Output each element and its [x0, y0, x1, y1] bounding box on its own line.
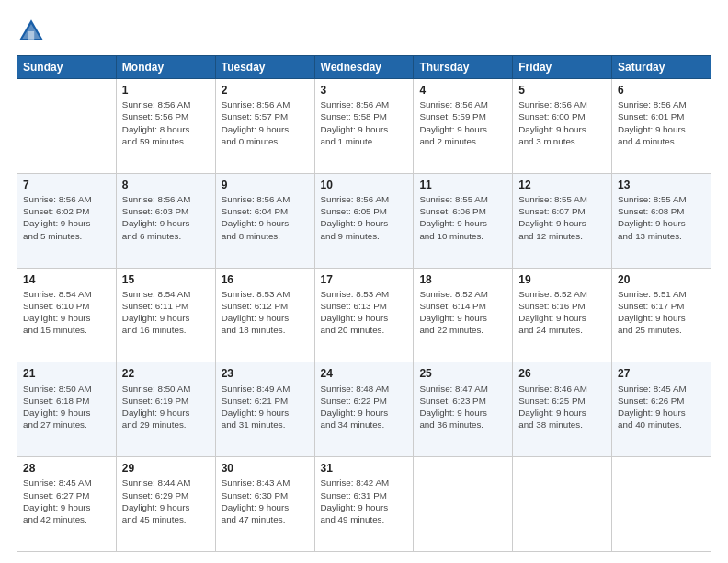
calendar-cell: 9Sunrise: 8:56 AM Sunset: 6:04 PM Daylig…: [215, 173, 314, 268]
cell-day-number: 2: [222, 83, 309, 98]
calendar-cell: 18Sunrise: 8:52 AM Sunset: 6:14 PM Dayli…: [414, 268, 513, 362]
calendar-cell: 12Sunrise: 8:55 AM Sunset: 6:07 PM Dayli…: [513, 173, 612, 268]
header-cell-saturday: Saturday: [612, 56, 711, 79]
cell-day-number: 5: [518, 83, 606, 98]
cell-info: Sunrise: 8:56 AM Sunset: 5:56 PM Dayligh…: [122, 98, 210, 147]
cell-day-number: 8: [122, 178, 210, 192]
calendar-cell: [612, 457, 711, 552]
calendar-cell: 28Sunrise: 8:45 AM Sunset: 6:27 PM Dayli…: [17, 457, 117, 552]
calendar-cell: 1Sunrise: 8:56 AM Sunset: 5:56 PM Daylig…: [116, 79, 215, 174]
calendar-header: SundayMondayTuesdayWednesdayThursdayFrid…: [17, 56, 711, 79]
cell-day-number: 27: [618, 366, 705, 381]
week-row-2: 14Sunrise: 8:54 AM Sunset: 6:10 PM Dayli…: [17, 268, 711, 362]
calendar-table: SundayMondayTuesdayWednesdayThursdayFrid…: [17, 55, 711, 552]
cell-info: Sunrise: 8:52 AM Sunset: 6:16 PM Dayligh…: [518, 288, 606, 337]
calendar-cell: 15Sunrise: 8:54 AM Sunset: 6:11 PM Dayli…: [116, 268, 215, 362]
cell-info: Sunrise: 8:56 AM Sunset: 6:01 PM Dayligh…: [618, 98, 705, 147]
header-cell-friday: Friday: [513, 56, 612, 79]
cell-day-number: 15: [122, 272, 210, 287]
calendar-cell: 25Sunrise: 8:47 AM Sunset: 6:23 PM Dayli…: [414, 362, 513, 457]
calendar-cell: 8Sunrise: 8:56 AM Sunset: 6:03 PM Daylig…: [116, 173, 215, 268]
logo: [17, 17, 51, 46]
calendar-cell: 20Sunrise: 8:51 AM Sunset: 6:17 PM Dayli…: [612, 268, 711, 362]
calendar-cell: 6Sunrise: 8:56 AM Sunset: 6:01 PM Daylig…: [612, 79, 711, 174]
cell-day-number: 20: [618, 272, 705, 287]
calendar-cell: 22Sunrise: 8:50 AM Sunset: 6:19 PM Dayli…: [116, 362, 215, 457]
cell-info: Sunrise: 8:47 AM Sunset: 6:23 PM Dayligh…: [419, 383, 506, 431]
calendar-cell: 23Sunrise: 8:49 AM Sunset: 6:21 PM Dayli…: [215, 362, 314, 457]
header-cell-wednesday: Wednesday: [314, 56, 414, 79]
calendar-cell: 10Sunrise: 8:56 AM Sunset: 6:05 PM Dayli…: [314, 173, 414, 268]
cell-info: Sunrise: 8:54 AM Sunset: 6:10 PM Dayligh…: [23, 288, 110, 337]
cell-info: Sunrise: 8:46 AM Sunset: 6:25 PM Dayligh…: [518, 383, 606, 431]
week-row-3: 21Sunrise: 8:50 AM Sunset: 6:18 PM Dayli…: [17, 362, 711, 457]
cell-day-number: 31: [321, 461, 408, 476]
calendar-cell: 26Sunrise: 8:46 AM Sunset: 6:25 PM Dayli…: [513, 362, 612, 457]
calendar-cell: [414, 457, 513, 552]
cell-info: Sunrise: 8:53 AM Sunset: 6:13 PM Dayligh…: [321, 288, 408, 337]
calendar-cell: 29Sunrise: 8:44 AM Sunset: 6:29 PM Dayli…: [116, 457, 215, 552]
header-cell-thursday: Thursday: [414, 56, 513, 79]
calendar-cell: 14Sunrise: 8:54 AM Sunset: 6:10 PM Dayli…: [17, 268, 117, 362]
cell-day-number: 12: [518, 178, 606, 192]
cell-info: Sunrise: 8:56 AM Sunset: 6:04 PM Dayligh…: [222, 193, 309, 242]
calendar-cell: 17Sunrise: 8:53 AM Sunset: 6:13 PM Dayli…: [314, 268, 414, 362]
cell-day-number: 25: [419, 366, 506, 381]
calendar-cell: 31Sunrise: 8:42 AM Sunset: 6:31 PM Dayli…: [314, 457, 414, 552]
cell-day-number: 18: [419, 272, 506, 287]
cell-info: Sunrise: 8:50 AM Sunset: 6:18 PM Dayligh…: [23, 383, 110, 431]
page: SundayMondayTuesdayWednesdayThursdayFrid…: [0, 0, 728, 563]
cell-day-number: 9: [222, 178, 309, 192]
svg-rect-2: [28, 31, 34, 40]
cell-day-number: 23: [222, 366, 309, 381]
cell-info: Sunrise: 8:49 AM Sunset: 6:21 PM Dayligh…: [222, 383, 309, 431]
week-row-4: 28Sunrise: 8:45 AM Sunset: 6:27 PM Dayli…: [17, 457, 711, 552]
cell-day-number: 11: [419, 178, 506, 192]
cell-info: Sunrise: 8:56 AM Sunset: 5:57 PM Dayligh…: [222, 98, 309, 147]
calendar-cell: 19Sunrise: 8:52 AM Sunset: 6:16 PM Dayli…: [513, 268, 612, 362]
cell-info: Sunrise: 8:44 AM Sunset: 6:29 PM Dayligh…: [122, 477, 210, 525]
cell-info: Sunrise: 8:42 AM Sunset: 6:31 PM Dayligh…: [321, 477, 408, 525]
calendar-cell: 7Sunrise: 8:56 AM Sunset: 6:02 PM Daylig…: [17, 173, 117, 268]
cell-day-number: 13: [618, 178, 705, 192]
cell-day-number: 29: [122, 461, 210, 476]
cell-day-number: 1: [122, 83, 210, 98]
cell-day-number: 24: [321, 366, 408, 381]
cell-day-number: 22: [122, 366, 210, 381]
header-cell-monday: Monday: [116, 56, 215, 79]
cell-day-number: 6: [618, 83, 705, 98]
calendar-cell: 21Sunrise: 8:50 AM Sunset: 6:18 PM Dayli…: [17, 362, 117, 457]
cell-info: Sunrise: 8:56 AM Sunset: 6:03 PM Dayligh…: [122, 193, 210, 242]
cell-info: Sunrise: 8:56 AM Sunset: 5:59 PM Dayligh…: [419, 98, 506, 147]
cell-info: Sunrise: 8:53 AM Sunset: 6:12 PM Dayligh…: [222, 288, 309, 337]
calendar-cell: [17, 79, 117, 174]
calendar-cell: 24Sunrise: 8:48 AM Sunset: 6:22 PM Dayli…: [314, 362, 414, 457]
cell-info: Sunrise: 8:48 AM Sunset: 6:22 PM Dayligh…: [321, 383, 408, 431]
cell-info: Sunrise: 8:55 AM Sunset: 6:08 PM Dayligh…: [618, 193, 705, 242]
cell-day-number: 21: [23, 366, 110, 381]
cell-day-number: 19: [518, 272, 606, 287]
cell-info: Sunrise: 8:55 AM Sunset: 6:06 PM Dayligh…: [419, 193, 506, 242]
cell-day-number: 4: [419, 83, 506, 98]
header-cell-sunday: Sunday: [17, 56, 117, 79]
cell-info: Sunrise: 8:50 AM Sunset: 6:19 PM Dayligh…: [122, 383, 210, 431]
calendar-cell: 2Sunrise: 8:56 AM Sunset: 5:57 PM Daylig…: [215, 79, 314, 174]
calendar-cell: 13Sunrise: 8:55 AM Sunset: 6:08 PM Dayli…: [612, 173, 711, 268]
cell-day-number: 10: [321, 178, 408, 192]
cell-info: Sunrise: 8:55 AM Sunset: 6:07 PM Dayligh…: [518, 193, 606, 242]
cell-info: Sunrise: 8:54 AM Sunset: 6:11 PM Dayligh…: [122, 288, 210, 337]
calendar-cell: 4Sunrise: 8:56 AM Sunset: 5:59 PM Daylig…: [414, 79, 513, 174]
calendar-cell: 11Sunrise: 8:55 AM Sunset: 6:06 PM Dayli…: [414, 173, 513, 268]
logo-icon: [17, 17, 46, 46]
header-cell-tuesday: Tuesday: [215, 56, 314, 79]
calendar-cell: [513, 457, 612, 552]
cell-day-number: 14: [23, 272, 110, 287]
cell-day-number: 30: [222, 461, 309, 476]
cell-day-number: 7: [23, 178, 110, 192]
cell-day-number: 28: [23, 461, 110, 476]
cell-day-number: 26: [518, 366, 606, 381]
header-row: SundayMondayTuesdayWednesdayThursdayFrid…: [17, 56, 711, 79]
calendar-body: 1Sunrise: 8:56 AM Sunset: 5:56 PM Daylig…: [17, 79, 711, 552]
cell-info: Sunrise: 8:56 AM Sunset: 6:05 PM Dayligh…: [321, 193, 408, 242]
header: [17, 17, 711, 46]
